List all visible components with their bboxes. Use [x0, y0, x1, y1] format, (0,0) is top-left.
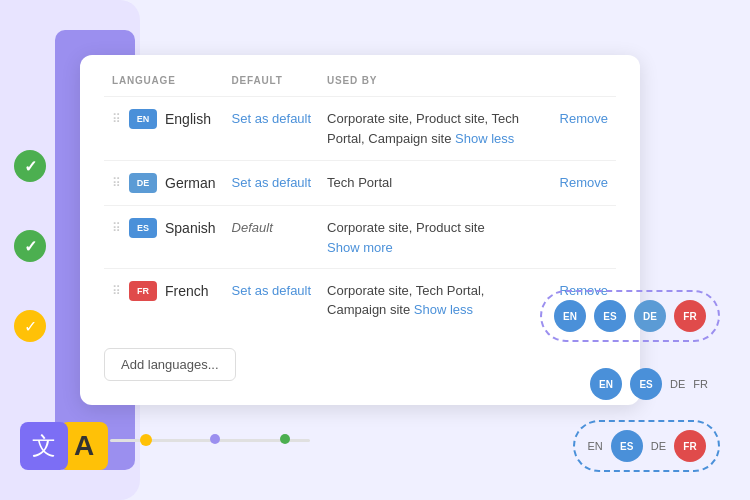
badge-de-mid: DE — [670, 378, 685, 390]
table-row: ⠿ ES Spanish Default Corporate site, Pro… — [104, 206, 616, 269]
default-cell-de: Set as default — [224, 161, 320, 206]
badge-fr-mid: FR — [693, 378, 708, 390]
remove-cell-es — [552, 206, 616, 269]
used-by-text-de: Tech Portal — [327, 175, 392, 190]
col-used-by: USED BY — [319, 75, 551, 97]
used-by-cell-fr: Corporate site, Tech Portal, Campaign si… — [319, 268, 551, 332]
badge-group-bot: EN ES DE FR — [573, 420, 720, 472]
lang-name-de: German — [165, 175, 216, 191]
slider-dot-green[interactable] — [280, 434, 290, 444]
lang-cell-en: ⠿ EN English — [104, 97, 224, 161]
remove-cell-en: Remove — [552, 97, 616, 161]
slider-dot-yellow[interactable] — [140, 434, 152, 446]
badge-de-top: DE — [634, 300, 666, 332]
badge-en-bot: EN — [587, 440, 602, 452]
show-less-fr[interactable]: Show less — [414, 302, 473, 317]
lang-name-es: Spanish — [165, 220, 216, 236]
lang-badge-es: ES — [129, 218, 157, 238]
lang-name-fr: French — [165, 283, 209, 299]
badge-group-mid: EN ES DE FR — [578, 360, 720, 408]
bottom-left-decoration: 文 A — [20, 422, 108, 470]
used-by-cell-de: Tech Portal — [319, 161, 551, 206]
badge-en-top: EN — [554, 300, 586, 332]
check-circle-top: ✓ — [14, 150, 46, 182]
drag-handle-en[interactable]: ⠿ — [112, 112, 121, 126]
table-row: ⠿ EN English Set as default Corporate si… — [104, 97, 616, 161]
add-languages-button[interactable]: Add languages... — [104, 348, 236, 381]
badge-de-bot: DE — [651, 440, 666, 452]
lang-badge-fr: FR — [129, 281, 157, 301]
slider-line — [110, 439, 310, 442]
badge-es-bot: ES — [611, 430, 643, 462]
language-table: LANGUAGE DEFAULT USED BY ⠿ EN English Se… — [104, 75, 616, 332]
lang-cell-de: ⠿ DE German — [104, 161, 224, 206]
badge-es-top: ES — [594, 300, 626, 332]
badge-fr-bot: FR — [674, 430, 706, 462]
badge-group-top: EN ES DE FR — [540, 290, 720, 342]
lang-cell-fr: ⠿ FR French — [104, 268, 224, 332]
default-cell-es: Default — [224, 206, 320, 269]
set-default-de[interactable]: Set as default — [232, 175, 312, 190]
set-default-fr[interactable]: Set as default — [232, 283, 312, 298]
table-row: ⠿ DE German Set as default Tech Portal R… — [104, 161, 616, 206]
show-less-en[interactable]: Show less — [455, 131, 514, 146]
col-default: DEFAULT — [224, 75, 320, 97]
badge-es-mid: ES — [630, 368, 662, 400]
chinese-icon: 文 — [20, 422, 68, 470]
col-actions — [552, 75, 616, 97]
drag-handle-de[interactable]: ⠿ — [112, 176, 121, 190]
badge-fr-top: FR — [674, 300, 706, 332]
col-language: LANGUAGE — [104, 75, 224, 97]
used-by-cell-en: Corporate site, Product site, Tech Porta… — [319, 97, 551, 161]
lang-badge-de: DE — [129, 173, 157, 193]
slider-dot-purple[interactable] — [210, 434, 220, 444]
check-circle-mid: ✓ — [14, 230, 46, 262]
remove-btn-de[interactable]: Remove — [560, 175, 608, 190]
table-row: ⠿ FR French Set as default Corporate sit… — [104, 268, 616, 332]
set-default-en[interactable]: Set as default — [232, 111, 312, 126]
default-cell-fr: Set as default — [224, 268, 320, 332]
lang-cell-es: ⠿ ES Spanish — [104, 206, 224, 269]
lang-name-en: English — [165, 111, 211, 127]
check-circle-yellow: ✓ — [14, 310, 46, 342]
default-cell-en: Set as default — [224, 97, 320, 161]
default-label-es: Default — [232, 220, 273, 235]
drag-handle-es[interactable]: ⠿ — [112, 221, 121, 235]
lang-badge-en: EN — [129, 109, 157, 129]
language-settings-card: LANGUAGE DEFAULT USED BY ⠿ EN English Se… — [80, 55, 640, 405]
used-by-cell-es: Corporate site, Product siteShow more — [319, 206, 551, 269]
badge-en-mid: EN — [590, 368, 622, 400]
remove-cell-de: Remove — [552, 161, 616, 206]
used-by-text-es: Corporate site, Product site — [327, 220, 485, 235]
remove-btn-en[interactable]: Remove — [560, 111, 608, 126]
show-more-es[interactable]: Show more — [327, 240, 393, 255]
drag-handle-fr[interactable]: ⠿ — [112, 284, 121, 298]
